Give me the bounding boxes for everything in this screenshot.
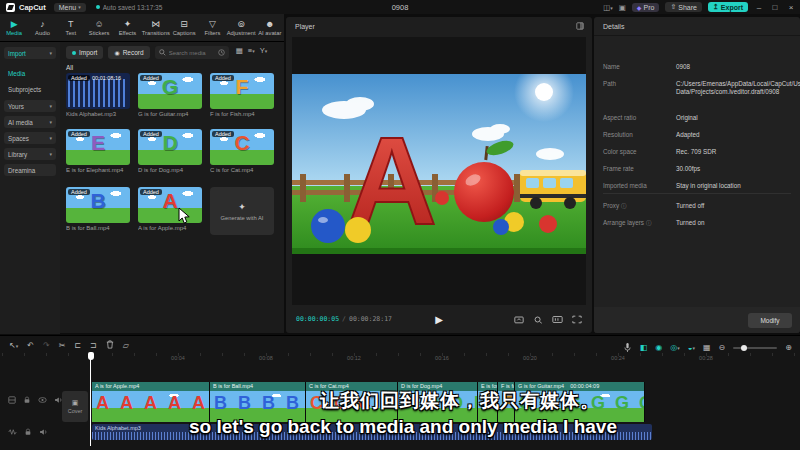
sidebar-item-ai-media[interactable]: AI media▾ — [4, 116, 56, 128]
chevron-down-icon: ▾ — [78, 4, 81, 10]
expand-panel-icon[interactable] — [576, 22, 584, 30]
tab-ai-avatar[interactable]: ☻AI avatar — [256, 19, 284, 36]
tab-media[interactable]: ▶Media — [0, 19, 28, 36]
detail-value-arrange-layers[interactable]: Turned on — [676, 219, 792, 227]
split-button[interactable]: ✂ — [59, 341, 66, 350]
microphone-icon[interactable] — [623, 342, 632, 353]
import-button[interactable]: Import — [66, 46, 103, 59]
tab-captions[interactable]: ⊟Captions — [170, 19, 198, 36]
playhead-handle[interactable] — [88, 352, 94, 360]
generate-with-ai-tile[interactable]: ✦ Generate with AI — [210, 187, 274, 235]
media-item-f-fish[interactable]: AddedF F is for Fish.mp4 — [210, 73, 274, 117]
mute-speaker-icon[interactable] — [39, 428, 48, 436]
search-input[interactable] — [169, 50, 215, 56]
ratio-icon[interactable] — [514, 315, 524, 324]
eye-icon[interactable] — [38, 396, 47, 404]
track-options-icon[interactable] — [8, 396, 16, 404]
timeline-zoom-slider[interactable] — [733, 347, 777, 349]
media-item-b-ball[interactable]: AddedB B is for Ball.mp4 — [66, 187, 130, 231]
chevron-down-icon: ▾ — [49, 119, 52, 125]
undo-button[interactable]: ↶ — [27, 341, 34, 350]
sidebar-item-spaces[interactable]: Spaces▾ — [4, 132, 56, 144]
modify-button[interactable]: Modify — [748, 313, 792, 328]
tab-stickers[interactable]: ☺Stickers — [85, 19, 113, 36]
preview-axis-toggle[interactable]: ◒▾ — [688, 343, 695, 352]
redo-button[interactable]: ↷ — [43, 341, 50, 350]
media-item-e-elephant[interactable]: AddedE E is for Elephant.mp4 — [66, 129, 130, 173]
all-filter-label[interactable]: All — [66, 64, 73, 71]
audio-track-header — [8, 428, 48, 436]
detail-value-imported-media[interactable]: Stay in original location — [676, 182, 792, 190]
added-badge: Added — [68, 75, 90, 81]
detail-value-color-space[interactable]: Rec. 709 SDR — [676, 148, 792, 156]
media-item-a-apple[interactable]: AddedA A is for Apple.mp4 — [138, 187, 202, 231]
tab-audio[interactable]: ♪Audio — [28, 19, 56, 36]
lock-icon[interactable] — [24, 428, 32, 436]
detail-value-frame-rate[interactable]: 30.00fps — [676, 165, 792, 173]
menu-button[interactable]: Menu ▾ — [54, 3, 86, 12]
stickers-icon: ☺ — [95, 19, 104, 29]
waveform-icon — [68, 79, 128, 107]
lock-icon[interactable] — [23, 396, 31, 404]
minimize-button[interactable]: – — [754, 3, 764, 12]
detail-value-proxy[interactable]: Turned off — [676, 202, 792, 210]
preview-quality-icon[interactable]: ▦ — [703, 343, 711, 352]
sort-icon[interactable]: ≡▾ — [248, 46, 255, 59]
media-item-d-dog[interactable]: AddedD D is for Dog.mp4 — [138, 129, 202, 173]
sidebar-item-media[interactable]: Media — [4, 67, 56, 79]
pro-button[interactable]: ◆ Pro — [632, 3, 660, 12]
maximize-button[interactable]: □ — [770, 3, 780, 12]
detail-value-aspect-ratio[interactable]: Original — [676, 114, 792, 122]
cover-selector[interactable]: ▣ Cover — [62, 391, 88, 422]
share-button[interactable]: ⇧ Share — [665, 2, 702, 12]
delete-button[interactable] — [106, 340, 114, 351]
magnet-toggle[interactable]: ◧ — [640, 343, 648, 352]
detail-label-proxy: Proxyⓘ — [603, 202, 627, 210]
sparkle-icon: ✦ — [238, 202, 246, 212]
tab-effects[interactable]: ✦Effects — [113, 19, 141, 36]
media-item-c-cat[interactable]: AddedC C is for Cat.mp4 — [210, 129, 274, 173]
sidebar-item-import[interactable]: Import▾ — [4, 47, 56, 59]
linking-toggle[interactable]: ◎▾ — [670, 343, 680, 352]
layout-icon[interactable]: ◫▾ — [603, 3, 613, 12]
capcut-window: CapCut Menu ▾ Auto saved 13:17:35 0908 ◫… — [0, 0, 800, 450]
sidebar-item-yours[interactable]: Yours▾ — [4, 100, 56, 112]
sidebar-item-dreamina[interactable]: Dreamina — [4, 164, 56, 176]
detail-value-resolution[interactable]: Adapted — [676, 131, 792, 139]
zoom-in-button[interactable]: ⊕ — [785, 343, 792, 352]
playhead[interactable] — [90, 353, 91, 446]
tab-text[interactable]: TText — [57, 19, 85, 36]
media-item-g-guitar[interactable]: AddedG G is for Guitar.mp4 — [138, 73, 202, 117]
export-button[interactable]: ↥ Export — [708, 2, 748, 12]
panel-toggle-icon[interactable]: ▣ — [619, 3, 626, 12]
sidebar-item-subprojects[interactable]: Subprojects — [4, 83, 56, 95]
quality-icon[interactable] — [552, 315, 563, 324]
close-button[interactable]: × — [786, 3, 796, 12]
filter-icon[interactable]: Y▾ — [260, 46, 268, 59]
zoom-out-button[interactable]: ⊖ — [719, 343, 726, 352]
zoom-slider-knob[interactable] — [741, 345, 747, 351]
focus-icon[interactable] — [533, 315, 543, 324]
tab-filters[interactable]: ▽Filters — [198, 19, 226, 36]
play-button[interactable]: ▶ — [435, 314, 443, 325]
media-icon: ▶ — [11, 19, 18, 29]
delete-left-button[interactable]: ⊏ — [74, 341, 81, 350]
select-tool[interactable]: ↖▾ — [9, 341, 18, 350]
history-clock-icon[interactable] — [218, 49, 225, 56]
fullscreen-icon[interactable] — [572, 315, 582, 324]
timeline-toolbar: ↖▾ ↶ ↷ ✂ ⊏ ⊐ ▱ ◧ ◉ ◎▾ ◒▾ ▦ ⊖ ⊕ — [0, 338, 800, 353]
video-preview[interactable]: A — [292, 74, 586, 254]
project-title: 0908 — [392, 3, 409, 12]
search-field[interactable] — [155, 46, 229, 59]
crop-button[interactable]: ▱ — [123, 341, 129, 350]
tab-adjustment[interactable]: ⊚Adjustment — [227, 19, 256, 36]
delete-right-button[interactable]: ⊐ — [90, 341, 97, 350]
video-stage: A — [292, 37, 586, 305]
grid-view-icon[interactable]: ▦ — [236, 46, 243, 59]
snapping-toggle[interactable]: ◉ — [655, 343, 662, 352]
tab-transitions[interactable]: ⋈Transitions — [142, 19, 170, 36]
sidebar-item-library[interactable]: Library▾ — [4, 148, 56, 160]
media-item-kids-alphabet[interactable]: Added 00:01:08:16 Kids Alphabet.mp3 — [66, 73, 130, 117]
timeline-ruler[interactable]: 00:04 00:08 00:12 00:16 00:20 00:24 00:2… — [0, 353, 800, 364]
record-button[interactable]: ◉Record — [108, 46, 149, 59]
